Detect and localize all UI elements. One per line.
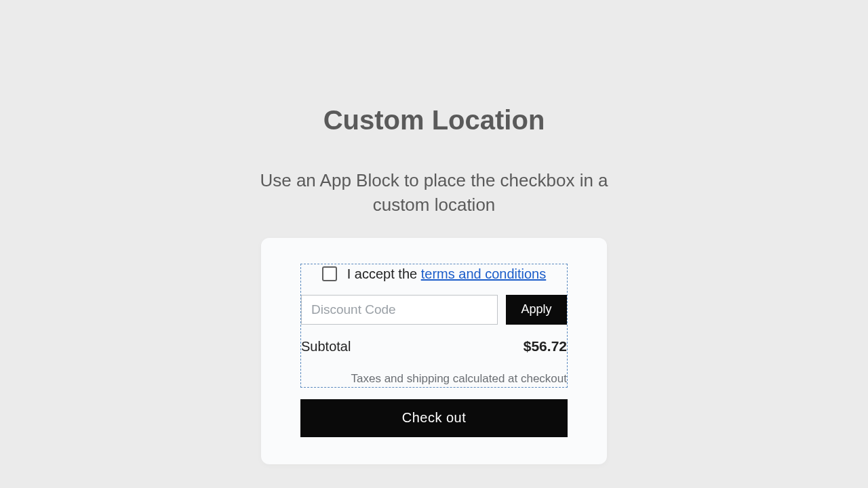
- consent-text: I accept the terms and conditions: [347, 266, 547, 282]
- page-heading: Custom Location: [323, 105, 545, 136]
- app-block-region: I accept the terms and conditions Apply …: [300, 264, 568, 388]
- subtotal-row: Subtotal $56.72: [301, 338, 567, 354]
- checkout-card: I accept the terms and conditions Apply …: [261, 238, 607, 464]
- consent-checkbox[interactable]: [322, 266, 337, 281]
- consent-row: I accept the terms and conditions: [301, 264, 567, 284]
- taxes-note: Taxes and shipping calculated at checkou…: [301, 372, 567, 386]
- terms-link[interactable]: terms and conditions: [421, 266, 547, 281]
- page-subheading: Use an App Block to place the checkbox i…: [244, 168, 624, 218]
- subtotal-label: Subtotal: [301, 339, 351, 354]
- apply-button[interactable]: Apply: [506, 295, 567, 325]
- discount-code-input[interactable]: [301, 295, 498, 325]
- consent-prefix: I accept the: [347, 266, 421, 281]
- checkout-button[interactable]: Check out: [300, 399, 568, 437]
- subtotal-amount: $56.72: [524, 338, 567, 354]
- discount-row: Apply: [301, 295, 567, 325]
